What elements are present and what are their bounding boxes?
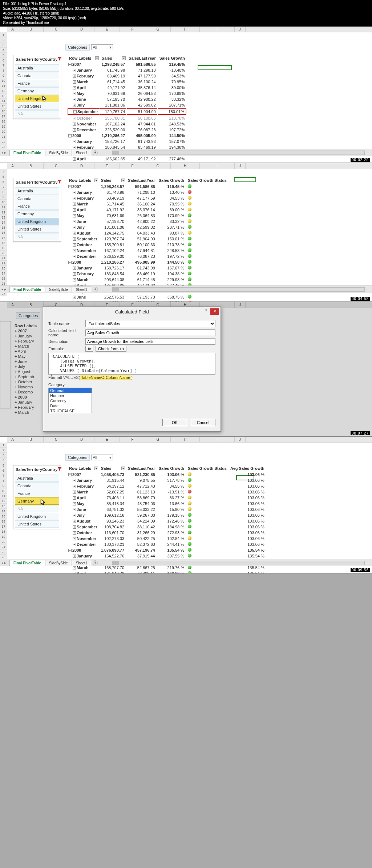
slicer-item[interactable]: NA bbox=[15, 233, 59, 240]
slicer-item[interactable]: United Kingdom bbox=[15, 218, 59, 225]
tab-final-pivot[interactable]: Final PivotTable bbox=[9, 150, 45, 156]
tab-sheet1[interactable]: Sheet1 bbox=[72, 287, 92, 292]
tab-sidebyside[interactable]: SideBySide bbox=[45, 150, 72, 156]
expand-icon[interactable]: + bbox=[73, 255, 76, 258]
expand-icon[interactable]: + bbox=[73, 267, 76, 270]
expand-icon[interactable]: + bbox=[73, 98, 76, 101]
tab-final-pivot[interactable]: Final PivotTable bbox=[9, 287, 45, 292]
slicer-item[interactable]: Germany bbox=[15, 497, 59, 505]
collapse-icon[interactable]: − bbox=[68, 134, 72, 137]
expand-icon[interactable]: + bbox=[73, 69, 76, 72]
help-icon[interactable]: ? bbox=[203, 309, 209, 315]
expand-icon[interactable]: + bbox=[73, 272, 76, 276]
expand-icon[interactable]: + bbox=[73, 104, 76, 107]
slicer-item[interactable]: United Kingdom bbox=[15, 95, 59, 102]
expand-icon[interactable]: + bbox=[73, 496, 76, 500]
expand-icon[interactable]: + bbox=[73, 203, 76, 206]
expand-icon[interactable]: + bbox=[73, 520, 76, 523]
tab-sheet1[interactable]: Sheet1 bbox=[72, 150, 92, 156]
expand-icon[interactable]: + bbox=[73, 502, 76, 505]
slicer-item[interactable]: Canada bbox=[15, 482, 59, 489]
slicer-item[interactable]: Australia bbox=[15, 64, 59, 72]
slicer-country[interactable]: SalesTerritoryCountry AustraliaCanadaFra… bbox=[13, 465, 61, 529]
selected-cell[interactable] bbox=[198, 65, 232, 70]
expand-icon[interactable]: + bbox=[73, 208, 76, 212]
clear-filter-icon[interactable] bbox=[57, 180, 62, 185]
expand-icon[interactable]: + bbox=[73, 531, 76, 535]
collapse-icon[interactable]: − bbox=[68, 261, 72, 264]
slicer-item[interactable]: Canada bbox=[15, 195, 59, 202]
table-name-select[interactable]: FactInternetSales bbox=[85, 320, 215, 327]
expand-icon[interactable]: + bbox=[73, 92, 76, 95]
slicer-item[interactable]: United States bbox=[15, 520, 59, 528]
expand-icon[interactable]: + bbox=[73, 110, 77, 113]
expand-icon[interactable]: + bbox=[73, 243, 76, 247]
slicer-item[interactable]: United Kingdom bbox=[15, 513, 59, 520]
dropdown-icon[interactable]: ▾ bbox=[94, 179, 98, 182]
close-icon[interactable]: ✕ bbox=[210, 308, 219, 315]
category-combo[interactable]: Categories All bbox=[65, 44, 113, 51]
slicer-item[interactable]: Germany bbox=[15, 210, 59, 217]
slicer-item[interactable]: NA bbox=[15, 110, 59, 117]
collapse-icon[interactable]: − bbox=[68, 185, 72, 188]
field-name-input[interactable] bbox=[85, 329, 215, 336]
slicer-item[interactable]: Germany bbox=[15, 87, 59, 95]
expand-icon[interactable]: + bbox=[73, 491, 76, 494]
horizontal-scrollbar[interactable] bbox=[112, 151, 365, 155]
slicer-item[interactable]: United States bbox=[15, 103, 59, 110]
slicer-item[interactable]: France bbox=[15, 203, 59, 210]
expand-icon[interactable]: + bbox=[73, 197, 76, 200]
slicer-item[interactable]: France bbox=[15, 490, 59, 497]
slicer-item[interactable]: United States bbox=[15, 225, 59, 233]
tab-sidebyside[interactable]: SideBySide bbox=[45, 560, 72, 566]
category-listbox[interactable]: GeneralNumberCurrencyDateTRUE/FALSE bbox=[48, 388, 92, 413]
slicer-item[interactable]: France bbox=[15, 80, 59, 87]
expand-icon[interactable]: + bbox=[73, 80, 76, 84]
add-sheet-button[interactable]: + bbox=[93, 287, 98, 292]
expand-icon[interactable]: + bbox=[73, 514, 76, 517]
slicer-item[interactable]: Australia bbox=[15, 187, 59, 195]
collapse-icon[interactable]: − bbox=[68, 549, 72, 552]
expand-icon[interactable]: + bbox=[73, 226, 76, 229]
slicer-country[interactable]: SalesTerritoryCountry AustraliaCanadaFra… bbox=[13, 55, 61, 119]
expand-icon[interactable]: + bbox=[73, 117, 76, 120]
expand-icon[interactable]: + bbox=[73, 479, 76, 482]
slicer-item[interactable]: NA bbox=[15, 505, 59, 512]
expand-icon[interactable]: + bbox=[73, 485, 76, 488]
expand-icon[interactable]: + bbox=[73, 220, 76, 223]
expand-icon[interactable]: + bbox=[73, 157, 76, 161]
tab-sheet1[interactable]: Sheet1 bbox=[72, 560, 92, 566]
dropdown-icon[interactable]: ▾ bbox=[121, 179, 125, 182]
expand-icon[interactable]: + bbox=[73, 232, 76, 235]
formula-textarea[interactable]: =CALCULATE ( [Sales Growth], ALLSELECTED… bbox=[48, 353, 215, 375]
slicer-item[interactable]: Australia bbox=[15, 475, 59, 482]
horizontal-scrollbar[interactable] bbox=[112, 561, 365, 565]
clear-filter-icon[interactable] bbox=[57, 467, 62, 472]
add-sheet-button[interactable]: + bbox=[93, 150, 98, 155]
slicer-country[interactable]: SalesTerritoryCountry AustraliaCanadaFra… bbox=[13, 178, 61, 242]
add-sheet-button[interactable]: + bbox=[93, 560, 98, 565]
expand-icon[interactable]: + bbox=[73, 191, 76, 194]
expand-icon[interactable]: + bbox=[73, 86, 76, 89]
expand-icon[interactable]: + bbox=[73, 537, 76, 540]
expand-icon[interactable]: + bbox=[73, 249, 76, 252]
clear-filter-icon[interactable] bbox=[57, 57, 62, 62]
dropdown-icon[interactable]: ▾ bbox=[121, 467, 125, 470]
tab-final-pivot[interactable]: Final PivotTable bbox=[9, 560, 45, 566]
dropdown-icon[interactable]: ▾ bbox=[122, 56, 126, 60]
fx-button[interactable]: fx bbox=[85, 346, 93, 352]
expand-icon[interactable]: + bbox=[73, 508, 76, 511]
expand-icon[interactable]: + bbox=[73, 278, 76, 281]
category-combo[interactable]: Categories All bbox=[65, 454, 113, 461]
expand-icon[interactable]: + bbox=[73, 123, 76, 126]
tab-sidebyside[interactable]: SideBySide bbox=[45, 287, 72, 292]
ok-button[interactable]: OK bbox=[162, 419, 187, 426]
cancel-button[interactable]: Cancel bbox=[191, 419, 215, 426]
collapse-icon[interactable]: − bbox=[68, 63, 72, 66]
collapse-icon[interactable]: − bbox=[68, 473, 72, 476]
expand-icon[interactable]: + bbox=[73, 555, 76, 558]
expand-icon[interactable]: + bbox=[73, 214, 76, 217]
horizontal-scrollbar[interactable] bbox=[112, 287, 365, 292]
expand-icon[interactable]: + bbox=[73, 525, 76, 529]
slicer-item[interactable]: Canada bbox=[15, 72, 59, 79]
